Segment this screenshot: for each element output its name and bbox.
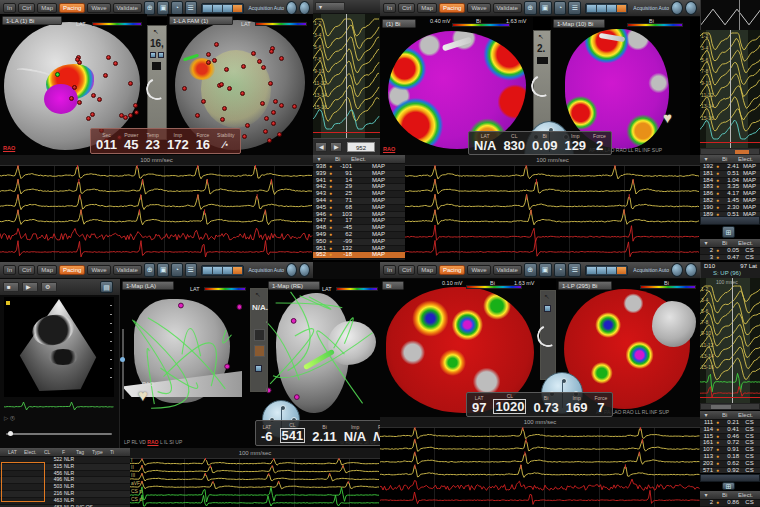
ablation-point-dot[interactable] — [264, 116, 269, 121]
table-row[interactable]: 941●14MAP — [313, 178, 405, 185]
next-point-button[interactable]: ▶ — [330, 142, 342, 152]
ablation-point-dot[interactable] — [113, 61, 118, 66]
toolbar-icon-button[interactable]: ▣ — [539, 263, 552, 277]
table-row[interactable]: 571●0.92CS — [700, 468, 760, 473]
realtime-signals-bottom-left[interactable]: 100 mm/sec IIIIIIaVFCS pCS d — [130, 448, 380, 507]
toolbar-icon-button[interactable]: ⊕ — [524, 263, 537, 277]
ablation-point-dot[interactable] — [77, 100, 82, 105]
ablation-point-dot[interactable] — [91, 93, 96, 98]
ablation-point-dot[interactable] — [271, 110, 276, 115]
ablation-point-dot[interactable] — [206, 60, 211, 65]
ablation-point-dot[interactable] — [195, 113, 200, 118]
ablation-point-dot[interactable] — [182, 86, 187, 91]
acquisition-segmented-control[interactable] — [585, 265, 628, 276]
point-number-box[interactable]: 952 — [347, 142, 375, 152]
ablation-point-dot[interactable] — [123, 115, 128, 120]
ablation-point-dot[interactable] — [220, 117, 225, 122]
orientation-label[interactable]: RAO — [3, 145, 15, 151]
toolbar-tab[interactable]: Map — [417, 3, 437, 13]
ablation-point-dot[interactable] — [86, 116, 91, 121]
toolbar-tab[interactable]: Ctrl — [398, 3, 415, 13]
pointer-icon[interactable]: ↖ — [538, 33, 544, 41]
toolbar-tab[interactable]: Validate — [493, 3, 522, 13]
toolbar-icon-button[interactable]: ▣ — [539, 1, 552, 15]
toolbar-icon-button[interactable]: ◔ — [171, 263, 183, 277]
ablation-point-dot[interactable] — [206, 52, 211, 57]
pointer-icon[interactable]: ↖ — [544, 293, 550, 301]
ablation-point-dot[interactable] — [279, 103, 284, 108]
acquisition-segmented-control[interactable] — [201, 3, 244, 14]
map-fam-mesh-left[interactable]: 1-Map (LA) LAT RAO ♥ LP RL VD RAO L IL S… — [120, 279, 250, 448]
table-row[interactable]: 947●17MAP — [313, 218, 405, 225]
toolbar-tab[interactable]: Wave — [87, 265, 110, 275]
ablation-point-dot[interactable] — [257, 59, 262, 64]
us-tool-button[interactable]: ▶ — [22, 282, 38, 292]
ice-ultrasound-panel[interactable]: ■ ▶ ⚙ ▤ ▷ ⦿ — [0, 279, 120, 448]
toolbar-tab[interactable]: Validate — [493, 265, 522, 275]
orientation-buttons[interactable]: LP RL VD RAO L IL SI UP — [124, 439, 182, 445]
ablation-point-dot[interactable] — [72, 85, 77, 90]
point-review-mid[interactable]: 1-23-45-67-89-1011-1213-1415-16 — [313, 14, 380, 138]
ablation-point-dot[interactable] — [277, 132, 282, 137]
toolbar-tab[interactable]: Ctrl — [398, 265, 415, 275]
toolbar-tab[interactable]: Wave — [467, 3, 490, 13]
prev-point-button[interactable]: ◀ — [315, 142, 327, 152]
ablation-point-dot[interactable] — [292, 104, 297, 109]
mini-cursor[interactable] — [739, 0, 740, 30]
pointer-icon[interactable]: ↖ — [255, 291, 261, 299]
ablation-point-dot[interactable] — [267, 138, 272, 143]
realtime-signals-top-left[interactable]: 100 mm/sec — [0, 155, 313, 260]
ablation-point-dot[interactable] — [128, 113, 133, 118]
ablation-point-dot[interactable] — [260, 101, 265, 106]
toolbar-icon-button[interactable]: ⊕ — [144, 263, 156, 277]
heart-orientation-icon[interactable]: ♥ — [663, 109, 672, 126]
toolbar-tab[interactable]: Validate — [113, 265, 142, 275]
ablation-point-dot[interactable] — [90, 112, 95, 117]
expand-list-button[interactable]: ⊞ — [722, 482, 735, 490]
map2-selector[interactable]: 1-LA FAM (1) — [169, 16, 233, 25]
table-row[interactable]: 951●132MAP — [313, 246, 405, 253]
toolbar-tab[interactable]: Map — [37, 3, 57, 13]
toolbar-icon-button[interactable]: ▣ — [157, 263, 169, 277]
toolbar-tab[interactable]: In — [383, 3, 396, 13]
toolbar-round-button[interactable] — [671, 1, 683, 15]
map2-selector[interactable]: 1-Map (10) Bi — [553, 19, 605, 28]
ablation-point-dot[interactable] — [273, 99, 278, 104]
table-row[interactable]: 939●91MAP — [313, 171, 405, 178]
caliper-cursor[interactable] — [346, 14, 347, 138]
marker-dot[interactable] — [225, 364, 230, 369]
table-row[interactable]: 948●-45MAP — [313, 225, 405, 232]
points-list-right-bottom[interactable]: ▾BiElect.111●0.21CS114●0.41CS115●0.46CS1… — [700, 411, 760, 473]
toolbar-round-button[interactable] — [299, 1, 310, 15]
table-row[interactable]: 944●71MAP — [313, 198, 405, 205]
map1-selector[interactable]: (1) Bi — [382, 19, 416, 28]
us-tool-button[interactable]: ⚙ — [41, 282, 57, 292]
toolbar-icon-button[interactable]: ☰ — [568, 263, 581, 277]
toolbar-tab-active[interactable]: Pacing — [59, 3, 85, 13]
table-row[interactable]: 950●-99MAP — [313, 239, 405, 246]
acquisition-segmented-control[interactable] — [585, 3, 628, 14]
tool-toggle-icon[interactable] — [544, 305, 551, 312]
table-row[interactable]: 952●-18MAP — [313, 252, 405, 259]
points-list-mid[interactable]: ▾BiElect.938●-101MAP939●91MAP941●14MAP94… — [313, 155, 405, 260]
point-review-right-top[interactable]: 1-23-45-67-89-1011-1213-1415-16 — [700, 30, 760, 148]
table-row[interactable]: 946●103MAP — [313, 212, 405, 219]
toolbar-round-button[interactable] — [671, 263, 683, 277]
toolbar-tab[interactable]: Wave — [467, 265, 490, 275]
table-row[interactable]: 945●68MAP — [313, 205, 405, 212]
ablation-point-dot[interactable] — [128, 81, 133, 86]
us-tool-button[interactable]: ■ — [3, 282, 19, 292]
ablation-point-dot[interactable] — [268, 81, 273, 86]
heart-orientation-icon[interactable]: ♥ — [138, 387, 148, 405]
ablation-point-dot[interactable] — [212, 58, 217, 63]
thumbnail-box[interactable] — [254, 329, 265, 341]
tool-toggle-icon[interactable] — [150, 52, 156, 58]
toolbar-tab[interactable]: Validate — [113, 3, 142, 13]
toolbar-tab[interactable]: In — [383, 265, 396, 275]
ablation-point-dot[interactable] — [245, 123, 250, 128]
ablation-point-dot[interactable] — [106, 55, 111, 60]
map1-selector[interactable]: Bi — [382, 281, 404, 290]
zoom-slider[interactable] — [122, 329, 124, 399]
map2-selector[interactable]: 1-Map (RE) — [268, 281, 320, 290]
ablation-point-dot[interactable] — [271, 121, 276, 126]
